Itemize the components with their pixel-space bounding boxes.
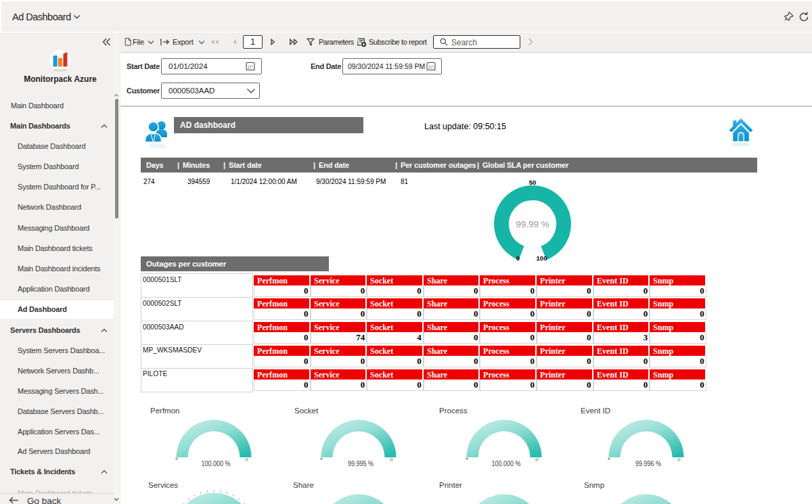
svg-text:100: 100	[537, 254, 547, 262]
svg-text:50: 50	[529, 179, 537, 186]
svg-text:0: 0	[516, 254, 520, 262]
svg-text:99.99 %: 99.99 %	[516, 219, 549, 229]
